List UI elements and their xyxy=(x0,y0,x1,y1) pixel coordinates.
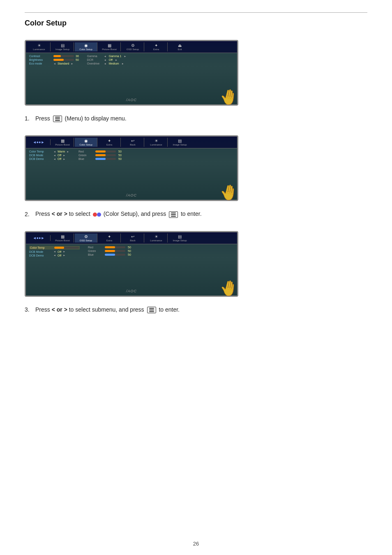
menu-button-icon-2 xyxy=(169,211,178,218)
aoc-logo-2: /AOC xyxy=(126,193,137,197)
osd-row-contrast: Contrast 36 xyxy=(29,55,79,58)
osd-tab2-image-setup[interactable]: ▤ Image Setup xyxy=(168,138,191,147)
page-footer: 26 xyxy=(0,541,392,547)
osd-row-ecomode: Eco mode ◄ Standard ► xyxy=(29,62,79,65)
osd-tab2-color-setup[interactable]: ◉ Color Setup xyxy=(75,138,97,147)
osd-row-dcb-mode-3: DCB Mode ◄ Off ► xyxy=(29,250,80,253)
step-3-text: Press < or > to select submenu, and pres… xyxy=(35,305,180,314)
osd-row-red-3: Red 50 xyxy=(88,246,131,249)
aoc-logo-1: /AOC xyxy=(126,98,137,102)
osd-menu-col-1: Contrast 36 Brightness 50 Eco mode ◄ xyxy=(29,55,79,103)
osd-tab3-osd-setup[interactable]: ⚙ OSD Setup xyxy=(75,234,97,243)
osd-menu-col-3: Color Temp DCB Mode ◄ Off ► DCB Demo ◄ xyxy=(29,246,80,294)
osd-right-col-2: Red 50 Green 50 Blue 50 xyxy=(78,150,122,198)
osd-tab-osd-setup[interactable]: ⚙ OSD Setup xyxy=(122,42,144,51)
osd-row-dcb-demo: DCB Demo ◄ Off ► xyxy=(29,157,70,160)
osd-row-green-3: Green 50 xyxy=(88,250,131,252)
osd-tab3-nav[interactable]: ◄●●► xyxy=(28,235,51,241)
osd-right-col-3: Red 50 Green 50 Blue 50 xyxy=(88,246,131,294)
osd-menu-col-2: Color Temp ◄ Warm ► DCB Mode ◄ Off ► xyxy=(29,150,70,198)
osd-row-gamma: Gamma ◄ Gamma 1 ► xyxy=(87,55,127,58)
menu-button-icon-1 xyxy=(53,116,62,122)
osd-tab3-picture-boost[interactable]: ▦ Picture Boost xyxy=(51,234,74,243)
step-2-text: Press < or > to select (Color Setup), an… xyxy=(35,209,202,218)
step-2-number: 2. xyxy=(25,211,33,217)
osd-row-blue-3: Blue 50 xyxy=(88,253,131,256)
osd-tab3-extra[interactable]: ✦ Extra xyxy=(98,234,121,243)
page-number: 26 xyxy=(193,541,199,547)
step-2-instruction: 2. Press < or > to select (Color Setup),… xyxy=(25,209,367,218)
page-title: Color Setup xyxy=(25,12,367,32)
osd-row-green: Green 50 xyxy=(78,154,122,157)
step-1-block: ☀ Luminance ▤ Image Setup ◉ Color Setup … xyxy=(25,40,367,123)
hand-cursor-1: 🤚 xyxy=(219,87,240,107)
osd-row-red: Red 50 xyxy=(78,150,122,153)
osd-tab2-back[interactable]: ↩ Back xyxy=(122,138,144,147)
step-3-number: 3. xyxy=(25,306,33,313)
osd-tab-extra[interactable]: ✦ Extra xyxy=(145,42,168,51)
osd-row-overdrive: Overdrive ◄ Medium ► xyxy=(87,62,127,65)
osd-tab3-luminance[interactable]: ☀ Luminance xyxy=(145,234,168,243)
aoc-logo-3: /AOC xyxy=(126,289,137,293)
monitor-screen-3: ◄●●► ▦ Picture Boost ⚙ OSD Setup ✦ Extra xyxy=(25,231,247,301)
step-1-instruction: 1. Press (Menu) to display menu. xyxy=(25,114,367,123)
osd-tab2-luminance[interactable]: ☀ Luminance xyxy=(145,138,168,147)
osd-right-col-1: Gamma ◄ Gamma 1 ► DCR ◄ Off ► Overdr xyxy=(87,55,127,103)
osd-tab-luminance[interactable]: ☀ Luminance xyxy=(28,42,51,51)
monitor-screen-1: ☀ Luminance ▤ Image Setup ◉ Color Setup … xyxy=(25,40,247,110)
osd-tab2-nav[interactable]: ◄●●► xyxy=(28,139,51,145)
step-2-block: ◄●●► ▦ Picture Boost ◉ Color Setup ✦ Ext… xyxy=(25,135,367,218)
osd-tab2-extra[interactable]: ✦ Extra xyxy=(98,138,121,147)
osd-row-blue: Blue 50 xyxy=(78,157,122,160)
osd-tab2-picture-boost[interactable]: ▦ Picture Boost xyxy=(51,138,74,147)
step-1-text: Press (Menu) to display menu. xyxy=(35,114,127,123)
osd-tab3-back[interactable]: ↩ Back xyxy=(122,234,144,243)
hand-cursor-3: 🤚 xyxy=(219,278,240,298)
osd-row-dcb-mode: DCB Mode ◄ Off ► xyxy=(29,154,70,157)
osd-row-brightness: Brightness 50 xyxy=(29,58,79,61)
menu-button-icon-3 xyxy=(147,307,156,313)
step-3-block: ◄●●► ▦ Picture Boost ⚙ OSD Setup ✦ Extra xyxy=(25,231,367,314)
osd-tab-exit[interactable]: ⏏ Exit xyxy=(168,42,191,51)
osd-row-color-temp: Color Temp ◄ Warm ► xyxy=(29,150,70,153)
osd-row-dcr: DCR ◄ Off ► xyxy=(87,58,127,61)
step-1-number: 1. xyxy=(25,115,33,122)
osd-tab-picture-boost[interactable]: ▦ Picture Boost xyxy=(98,42,121,51)
osd-tab-image-setup[interactable]: ▤ Image Setup xyxy=(51,42,74,51)
osd-row-dcb-demo-3: DCB Demo ◄ Off ► xyxy=(29,254,80,257)
color-setup-dot-icon xyxy=(93,211,101,218)
monitor-screen-2: ◄●●► ▦ Picture Boost ◉ Color Setup ✦ Ext… xyxy=(25,135,247,205)
hand-cursor-2: 🤚 xyxy=(219,183,240,203)
osd-tab-color-setup[interactable]: ◉ Color Setup xyxy=(75,42,97,51)
osd-row-color-temp-3: Color Temp xyxy=(29,246,80,250)
osd-tab3-image-setup[interactable]: ▤ Image Setup xyxy=(168,234,191,243)
step-3-instruction: 3. Press < or > to select submenu, and p… xyxy=(25,305,367,314)
